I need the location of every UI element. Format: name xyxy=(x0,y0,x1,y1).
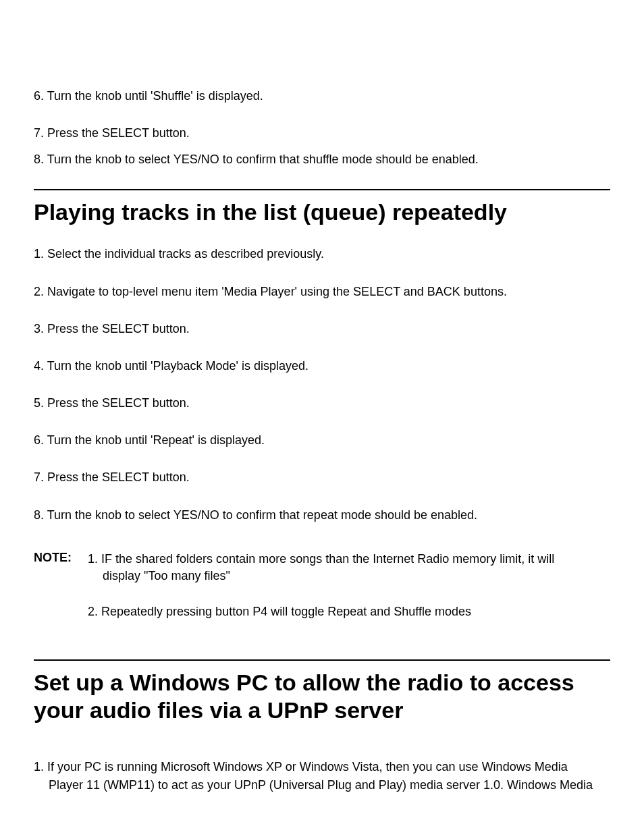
step-item: 7. Press the SELECT button. xyxy=(34,469,610,486)
section-divider xyxy=(34,189,610,190)
step-item: 5. Press the SELECT button. xyxy=(34,395,610,412)
step-item: 6. Turn the knob until 'Shuffle' is disp… xyxy=(34,88,610,105)
note-item-text: 2. Repeatedly pressing button P4 will to… xyxy=(88,605,471,618)
intro-steps: 6. Turn the knob until 'Shuffle' is disp… xyxy=(34,88,610,169)
section2-step: 1. If your PC is running Microsoft Windo… xyxy=(34,758,610,794)
section1-steps: 1. Select the individual tracks as descr… xyxy=(34,246,610,524)
note-item: 2. Repeatedly pressing button P4 will to… xyxy=(88,603,610,620)
note-item: 1. IF the shared folders contain more so… xyxy=(88,551,610,584)
step-text-line1: 1. If your PC is running Microsoft Windo… xyxy=(34,760,568,773)
section-divider xyxy=(34,659,610,661)
step-item: 7. Press the SELECT button. xyxy=(34,125,610,142)
step-item: 1. Select the individual tracks as descr… xyxy=(34,246,610,263)
step-item: 4. Turn the knob until 'Playback Mode' i… xyxy=(34,358,610,375)
note-item-continuation: display "Too many files" xyxy=(88,568,610,584)
note-content: 1. IF the shared folders contain more so… xyxy=(88,551,610,640)
section-heading-setup-pc: Set up a Windows PC to allow the radio t… xyxy=(34,669,610,724)
section-heading-playing-tracks: Playing tracks in the list (queue) repea… xyxy=(34,198,610,226)
step-item: 6. Turn the knob until 'Repeat' is displ… xyxy=(34,432,610,449)
step-item: 2. Navigate to top-level menu item 'Medi… xyxy=(34,283,610,300)
note-label: NOTE: xyxy=(34,551,88,565)
step-text-line2: Player 11 (WMP11) to act as your UPnP (U… xyxy=(34,776,610,794)
note-item-text: 1. IF the shared folders contain more so… xyxy=(88,552,554,566)
step-item: 8. Turn the knob to select YES/NO to con… xyxy=(34,151,610,168)
step-item: 3. Press the SELECT button. xyxy=(34,321,610,337)
note-block: NOTE: 1. IF the shared folders contain m… xyxy=(34,551,610,640)
step-item: 8. Turn the knob to select YES/NO to con… xyxy=(34,507,610,524)
